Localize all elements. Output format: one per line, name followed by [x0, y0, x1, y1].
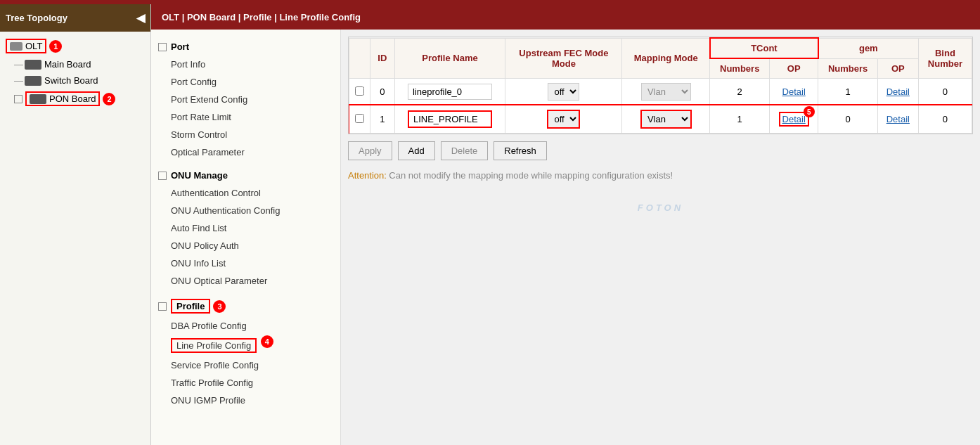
nav-dba-profile-config[interactable]: DBA Profile Config — [151, 317, 340, 335]
nav-onu-igmp-profile-label: ONU IGMP Profile — [171, 395, 245, 406]
row0-checkbox[interactable] — [355, 86, 364, 96]
profile-section-header[interactable]: Profile 3 — [151, 295, 340, 317]
switch-board-label: Switch Board — [44, 75, 98, 86]
nav-onu-igmp-profile[interactable]: ONU IGMP Profile — [151, 392, 340, 409]
delete-button[interactable]: Delete — [441, 141, 489, 160]
onu-manage-section-header[interactable]: ONU Manage — [151, 167, 340, 184]
onu-manage-section: ONU Manage Authentication Control ONU Au… — [151, 164, 340, 292]
nav-port-rate-limit[interactable]: Port Rate Limit — [151, 108, 340, 126]
attention-text-body: Can not modify the mapping mode while ma… — [389, 170, 673, 181]
nav-onu-authentication-config[interactable]: ONU Authentication Config — [151, 202, 340, 219]
onu-manage-checkbox[interactable] — [158, 172, 167, 180]
nav-onu-authentication-config-label: ONU Authentication Config — [171, 205, 280, 216]
profile-label: Profile — [176, 301, 205, 311]
data-table: ID Profile Name Upstream FEC Mode Mode — [349, 37, 972, 134]
row0-mapping: Vlan GEM Priority — [622, 79, 710, 105]
tree-item-switch-board[interactable]: — Switch Board — [0, 72, 150, 89]
nav-port-extend-config[interactable]: Port Extend Config — [151, 91, 340, 108]
nav-service-profile-config[interactable]: Service Profile Config — [151, 356, 340, 374]
action-row: Apply Add Delete Refresh — [348, 134, 973, 167]
row1-mapping-select[interactable]: Vlan GEM Priority — [640, 110, 692, 129]
main-board-label: Main Board — [44, 59, 91, 70]
pon-board-badge: 2 — [103, 93, 115, 105]
olt-icon — [10, 42, 22, 51]
row1-bind-number: 0 — [918, 105, 972, 134]
profile-checkbox[interactable] — [158, 302, 167, 311]
sidebar-title: Tree Topology — [6, 13, 67, 23]
sidebar: Tree Topology ◀ OLT 1 — Main Board — — [0, 4, 151, 445]
row0-tcont-numbers: 2 — [710, 79, 770, 105]
detail-badge: 5 — [804, 106, 815, 117]
nav-traffic-profile-config[interactable]: Traffic Profile Config — [151, 374, 340, 392]
sidebar-header: Tree Topology ◀ — [0, 4, 150, 32]
col-mapping-mode: Mapping Mode — [622, 38, 710, 79]
main-container: Tree Topology ◀ OLT 1 — Main Board — — [0, 4, 980, 445]
row1-gem-numbers: 0 — [818, 105, 878, 134]
sidebar-content: OLT 1 — Main Board — Switch Board — [0, 32, 150, 445]
row0-fec-select[interactable]: off on — [548, 83, 579, 101]
pon-board-checkbox[interactable] — [14, 95, 22, 103]
nav-onu-info-list[interactable]: ONU Info List — [151, 254, 340, 272]
nav-auto-find-list-label: Auto Find List — [171, 223, 227, 233]
pon-board-label: PON Board — [49, 93, 96, 104]
row0-profile-name — [394, 79, 505, 105]
nav-onu-policy-auth[interactable]: ONU Policy Auth — [151, 237, 340, 254]
fec-mode-sub: Mode — [552, 58, 576, 69]
nav-storm-control-label: Storm Control — [171, 129, 227, 140]
row1-profile-name — [394, 105, 505, 134]
nav-onu-policy-auth-label: ONU Policy Auth — [171, 240, 239, 251]
apply-button[interactable]: Apply — [348, 141, 392, 160]
profile-section: Profile 3 DBA Profile Config Line Profil… — [151, 292, 340, 412]
nav-port-extend-config-label: Port Extend Config — [171, 94, 247, 105]
table-row: 1 off on — [349, 105, 972, 134]
content-area: Port Port Info Port Config Port Extend C… — [151, 30, 980, 445]
col-bind: Bind Number — [918, 38, 972, 79]
row1-tcont-detail[interactable]: Detail — [782, 114, 806, 124]
row1-mapping: Vlan GEM Priority — [622, 105, 710, 134]
left-nav: Port Port Info Port Config Port Extend C… — [151, 30, 341, 445]
row1-fec-select[interactable]: off on — [547, 110, 580, 129]
olt-badge: 1 — [49, 40, 62, 53]
nav-port-config[interactable]: Port Config — [151, 73, 340, 91]
tree-item-olt[interactable]: OLT 1 — [0, 36, 150, 56]
nav-port-info-label: Port Info — [171, 59, 205, 70]
row1-fec: off on — [505, 105, 622, 134]
refresh-button[interactable]: Refresh — [494, 141, 547, 160]
nav-authentication-control[interactable]: Authentication Control — [151, 184, 340, 202]
nav-service-profile-config-label: Service Profile Config — [171, 360, 259, 370]
line-profile-badge: 4 — [261, 335, 273, 348]
row1-gem-detail[interactable]: Detail — [886, 114, 910, 124]
bind-number-sub: Number — [928, 58, 962, 69]
main-content: OLT | PON Board | Profile | Line Profile… — [151, 4, 980, 445]
nav-storm-control[interactable]: Storm Control — [151, 126, 340, 143]
col-tcont: TCont — [710, 38, 818, 58]
row0-gem-detail[interactable]: Detail — [886, 86, 910, 97]
nav-port-config-label: Port Config — [171, 77, 217, 87]
pon-board-icon — [30, 94, 46, 104]
tree-item-pon-board[interactable]: PON Board 2 — [0, 89, 150, 109]
row0-tcont-detail[interactable]: Detail — [782, 86, 806, 97]
port-section: Port Port Info Port Config Port Extend C… — [151, 35, 340, 164]
nav-port-info[interactable]: Port Info — [151, 56, 340, 73]
port-label: Port — [171, 41, 189, 52]
row0-fec: off on — [505, 79, 622, 105]
row1-gem-op: Detail — [877, 105, 918, 134]
sidebar-toggle[interactable]: ◀ — [136, 11, 145, 25]
main-board-icon — [25, 60, 41, 70]
table-container: ID Profile Name Upstream FEC Mode Mode — [348, 37, 973, 134]
onu-manage-label: ONU Manage — [171, 170, 228, 181]
right-content: ID Profile Name Upstream FEC Mode Mode — [341, 30, 980, 445]
row0-profile-name-input[interactable] — [408, 84, 492, 100]
row1-checkbox[interactable] — [355, 114, 364, 123]
add-button[interactable]: Add — [398, 141, 435, 160]
row1-profile-name-input[interactable] — [408, 110, 492, 128]
nav-onu-optical-parameter[interactable]: ONU Optical Parameter — [151, 272, 340, 290]
nav-auto-find-list[interactable]: Auto Find List — [151, 219, 340, 237]
port-section-header[interactable]: Port — [151, 38, 340, 56]
nav-line-profile-config[interactable]: Line Profile Config 4 — [151, 335, 340, 356]
nav-optical-parameter[interactable]: Optical Parameter — [151, 143, 340, 161]
row0-mapping-select[interactable]: Vlan GEM Priority — [641, 83, 691, 101]
olt-label: OLT — [25, 41, 42, 51]
tree-item-main-board[interactable]: — Main Board — [0, 56, 150, 72]
port-checkbox[interactable] — [158, 43, 167, 51]
